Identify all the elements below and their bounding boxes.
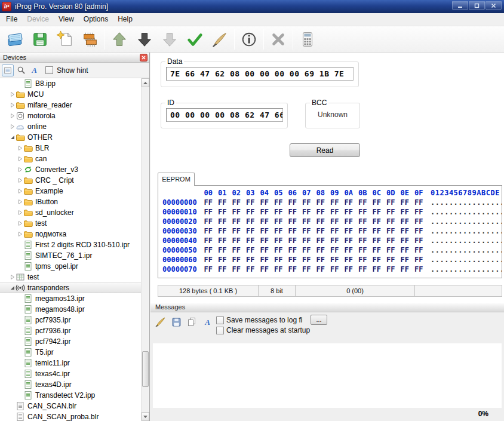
tree-item-can-scan-proba-blr[interactable]: CAN_SCAN_proba.blr [0,411,141,421]
read-button[interactable]: Read [290,143,360,157]
hex-row-00000070[interactable]: 00000070FFFFFFFFFFFFFFFFFFFFFFFFFFFFFFFF… [159,265,502,274]
hex-byte-cell[interactable]: FF [356,265,370,274]
scroll-down-icon[interactable] [142,412,149,421]
hex-byte-cell[interactable]: FF [384,217,398,226]
hex-byte-cell[interactable]: FF [342,245,356,255]
hex-byte-cell[interactable]: FF [384,255,398,265]
arrow-up-icon[interactable] [107,28,132,51]
tree-scrollbar[interactable] [141,78,149,421]
hex-byte-cell[interactable]: FF [342,198,356,207]
menu-help[interactable]: Help [113,13,137,26]
expand-arrow-icon[interactable] [9,92,16,97]
devices-close-button[interactable] [140,54,147,62]
tree-item-sd-unlocker[interactable]: sd_unlocker [0,207,141,218]
data-field[interactable]: 7E 66 47 62 08 00 00 00 00 69 1B 7E [166,67,354,81]
list-view-icon[interactable] [2,64,14,76]
hex-byte-cell[interactable]: FF [342,207,356,217]
hex-byte-cell[interactable]: FF [272,265,286,274]
expand-arrow-icon[interactable] [9,113,16,118]
tree-item-texas4c-ipr[interactable]: texas4c.ipr [0,368,141,379]
tree-item-crc-cript[interactable]: CRC _ Cript [0,175,141,186]
maximize-button[interactable] [469,1,485,10]
tree-item-t5-ipr[interactable]: T5.ipr [0,347,141,358]
expand-arrow-icon[interactable] [17,189,23,193]
info-icon[interactable] [236,28,262,51]
hex-byte-cell[interactable]: FF [412,236,426,245]
tree-item-b8-ipp[interactable]: B8.ipp [0,78,141,89]
hex-byte-cell[interactable]: FF [398,236,412,245]
hex-byte-cell[interactable]: FF [370,226,384,236]
arrow-down-icon[interactable] [132,28,157,51]
hex-byte-cell[interactable]: FF [272,226,286,236]
hex-byte-cell[interactable]: FF [244,217,258,226]
tree-item-mcu[interactable]: MCU [0,89,141,100]
hex-byte-cell[interactable]: FF [370,207,384,217]
scrollbar-thumb[interactable] [142,351,149,387]
log-font-icon[interactable]: A [201,315,214,328]
hex-byte-cell[interactable]: FF [342,226,356,236]
hex-byte-cell[interactable]: FF [257,217,272,226]
hex-byte-cell[interactable]: FF [229,217,244,226]
tree-item-подмотка[interactable]: подмотка [0,229,141,239]
hex-row-00000030[interactable]: 00000030FFFFFFFFFFFFFFFFFFFFFFFFFFFFFFFF… [159,226,502,236]
hex-byte-cell[interactable]: FF [328,198,342,207]
hex-byte-cell[interactable]: FF [370,245,384,255]
hex-byte-cell[interactable]: FF [398,217,412,226]
hex-byte-cell[interactable]: FF [216,245,230,255]
hex-byte-cell[interactable]: FF [300,217,314,226]
hex-byte-cell[interactable]: FF [412,207,426,217]
hex-byte-cell[interactable]: FF [328,255,342,265]
hex-byte-cell[interactable]: FF [300,226,314,236]
expand-arrow-icon[interactable] [17,167,23,172]
hex-byte-cell[interactable]: FF [342,236,356,245]
new-file-icon[interactable] [53,28,78,51]
collapse-arrow-icon[interactable] [9,285,16,290]
hex-byte-cell[interactable]: FF [300,236,314,245]
hex-byte-cell[interactable]: FF [257,245,272,255]
tree-item-converter-v3[interactable]: Converter_v3 [0,164,141,175]
tree-item-pcf7936-ipr[interactable]: pcf7936.ipr [0,325,141,336]
hex-row-00000050[interactable]: 00000050FFFFFFFFFFFFFFFFFFFFFFFFFFFFFFFF… [159,245,502,255]
hex-byte-cell[interactable]: FF [398,265,412,274]
hex-byte-cell[interactable]: FF [398,226,412,236]
hex-byte-cell[interactable]: FF [257,198,272,207]
tree-item-transdetect-v2-ipp[interactable]: Transdetect V2.ipp [0,390,141,401]
hex-byte-cell[interactable]: FF [285,236,300,245]
tree-item-blr[interactable]: BLR [0,143,141,153]
expand-arrow-icon[interactable] [17,199,23,204]
tree-item-other[interactable]: OTHER [0,132,141,143]
cancel-x-icon[interactable] [266,28,291,51]
clean-brush-icon[interactable] [207,28,232,51]
hex-byte-cell[interactable]: FF [370,198,384,207]
hex-byte-cell[interactable]: FF [384,245,398,255]
hex-byte-cell[interactable]: FF [356,255,370,265]
hex-byte-cell[interactable]: FF [398,198,412,207]
tree-item-megamos48-ipr[interactable]: megamos48.ipr [0,304,141,315]
hex-byte-cell[interactable]: FF [285,198,300,207]
hex-byte-cell[interactable]: FF [356,207,370,217]
tree-item-megamos13-ipr[interactable]: megamos13.ipr [0,293,141,304]
minimize-button[interactable] [452,1,468,10]
tree-item-simtec-76-1-ipr[interactable]: SIMTEC_76_1.ipr [0,250,141,261]
expand-arrow-icon[interactable] [17,146,23,150]
hex-byte-cell[interactable]: FF [216,207,230,217]
hex-byte-cell[interactable]: FF [257,207,272,217]
hex-byte-cell[interactable]: FF [370,265,384,274]
hex-byte-cell[interactable]: FF [314,217,328,226]
hex-byte-cell[interactable]: FF [384,236,398,245]
log-brush-icon[interactable] [154,315,167,328]
hex-byte-cell[interactable]: FF [216,217,230,226]
hex-byte-cell[interactable]: FF [272,245,286,255]
tree-item-ibutton[interactable]: IButton [0,196,141,207]
hex-byte-cell[interactable]: FF [229,226,244,236]
hex-byte-cell[interactable]: FF [412,245,426,255]
close-button[interactable] [485,1,502,10]
tree-item-transponders[interactable]: transponders [0,282,141,293]
tab-eeprom[interactable]: EEPROM [158,173,195,186]
expand-arrow-icon[interactable] [17,178,23,183]
hex-byte-cell[interactable]: FF [216,265,230,274]
expand-arrow-icon[interactable] [9,124,16,129]
hex-byte-cell[interactable]: FF [229,207,244,217]
eeprom-hex-view[interactable]: 000102030405060708090A0B0C0D0E0F01234567… [158,185,502,278]
id-field[interactable]: 00 00 00 00 08 62 47 66 [166,108,283,122]
